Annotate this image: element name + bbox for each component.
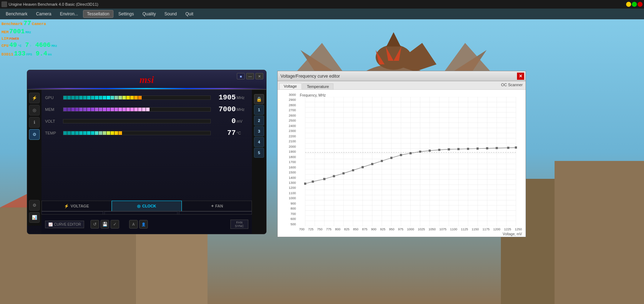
profile-icons: A 👤 [129,220,148,229]
msi-meters: GPU [42,90,252,201]
menu-sound[interactable]: Sound [161,10,181,18]
maximize-btn[interactable] [632,2,637,7]
save-btn[interactable]: 💾 [101,220,109,229]
lock-btn[interactable]: 🔒 [254,94,264,104]
window-controls[interactable] [626,2,643,7]
y-1400: 1400 [289,176,296,180]
msi-window-controls[interactable]: ■ — ✕ [237,73,263,79]
close-btn[interactable] [638,2,643,7]
x-1100: 1100 [450,227,457,231]
nav-settings[interactable]: ⚙ [29,129,40,140]
mem-value: 7000 [211,105,236,113]
hud-cpu-value: 49 [9,41,17,49]
nav-settings2[interactable]: ⚙ [29,200,40,211]
msi-bottom-bar: 📈 CURVE EDITOR ↺ 💾 ✓ A 👤 FAN SYNC [42,214,252,234]
svg-rect-77 [400,154,402,156]
menu-quit[interactable]: Quit [182,10,197,18]
menu-camera[interactable]: Camera [33,10,55,18]
y-1200: 1200 [289,186,296,190]
chart-icon: 📈 [48,222,53,226]
oc-scanner-label[interactable]: OC Scanner [501,83,523,87]
fan-sync-btn[interactable]: FAN SYNC [230,220,248,229]
y-700: 700 [291,212,296,216]
menu-benchmark[interactable]: Benchmark [2,10,31,18]
vf-tab-voltage[interactable]: Voltage [279,83,302,89]
msi-tab-bar: ⚡ VOLTAGE ◎ CLOCK ✦ FAN [42,201,252,211]
header-decoration [27,88,266,89]
tab-voltage[interactable]: ⚡ VOLTAGE [42,201,112,211]
profile-a-btn[interactable]: A [129,220,138,229]
hud-mem-unit: MHz [25,31,31,35]
menu-settings[interactable]: Settings [115,10,137,18]
msi-theme-btn[interactable]: ■ [237,73,245,79]
volt-meter-label: VOLT [45,119,63,123]
x-925: 925 [380,227,385,231]
profile-user-btn[interactable]: 👤 [139,220,148,229]
svg-rect-81 [438,149,440,151]
voltage-tab-label: VOLTAGE [70,204,89,208]
msi-panel: msi ■ — ✕ ⚡ ◎ ℹ ⚙ ⚙ 📊 🔒 1 2 3 4 5 GPU [27,70,267,234]
profile-4-btn[interactable]: 4 [254,137,264,147]
nav-graph[interactable]: 📊 [29,212,40,223]
vf-tab-temperature[interactable]: Temperature [302,83,334,89]
minimize-btn[interactable] [626,2,631,7]
menu-quality[interactable]: Quality [139,10,159,18]
nav-monitoring[interactable]: ◎ [29,105,40,116]
apply-btn[interactable]: ✓ [111,220,119,229]
msi-header: msi ■ — ✕ [27,70,266,90]
svg-rect-87 [496,147,498,149]
y-500: 500 [291,223,296,226]
temp-meter-bar [63,131,211,135]
hud-benchmark-label: Benchmark [1,21,23,26]
svg-rect-4 [555,161,644,304]
msi-minimize-btn[interactable]: — [246,73,254,79]
nav-info[interactable]: ℹ [29,117,40,128]
tab-fan[interactable]: ✦ FAN [182,201,252,211]
vf-chart: Frequency, MHz 3000 2900 2800 2700 2600 … [278,90,526,237]
profile-1-btn[interactable]: 1 [254,105,264,115]
hud-d3d-value: 133 [14,50,25,58]
profile-2-btn[interactable]: 2 [254,116,264,126]
x-775: 775 [326,227,331,231]
mem-meter-row: MEM [45,105,248,113]
gpu-meter-row: GPU [45,93,248,102]
hud-camera-label: Camera [32,21,46,26]
hud-cpu-unit2: ↑ [30,44,31,49]
y-1100: 1100 [289,192,296,195]
volt-value: 0 [211,117,236,125]
x-825: 825 [344,227,350,231]
curve-editor-btn[interactable]: 📈 CURVE EDITOR [45,221,84,228]
volt-unit: mV [236,119,248,123]
y-900: 900 [291,202,296,205]
gpu-value: 1905 [211,93,236,102]
x-1050: 1050 [429,227,436,231]
mem-meter-label: MEM [45,107,63,112]
msi-close-btn[interactable]: ✕ [255,73,263,79]
x-1150: 1150 [472,227,479,231]
vf-title-bar: Voltage/Frequency curve editor ✕ [278,71,526,81]
x-875: 875 [362,227,367,231]
temp-meter-label: TEMP [45,131,63,135]
temp-meter-row: TEMP [45,129,248,137]
profile-3-btn[interactable]: 3 [254,126,264,136]
hud-ms-value: 9.4 [36,50,47,58]
nav-performance[interactable]: ⚡ [29,93,40,103]
vf-close-btn[interactable]: ✕ [517,73,524,80]
x-975: 975 [398,227,403,231]
profile-5-btn[interactable]: 5 [254,148,264,158]
svg-rect-68 [312,181,314,183]
hud-lim-sub: POWER [9,37,19,41]
svg-rect-80 [429,149,431,152]
hud-freq-val: 4606 [35,41,50,49]
x-900: 900 [371,227,376,231]
gpu-unit: MHz [236,95,248,100]
x-1075: 1075 [439,227,447,231]
app-icon [1,1,7,7]
menu-environment[interactable]: Environ... [56,10,82,18]
y-2300: 2300 [289,129,296,133]
msi-logo: msi [140,74,154,85]
menu-tessellation[interactable]: Tessellation [83,10,113,18]
tab-clock[interactable]: ◎ CLOCK [112,201,182,211]
svg-rect-82 [448,148,450,151]
reset-btn[interactable]: ↺ [91,220,99,229]
